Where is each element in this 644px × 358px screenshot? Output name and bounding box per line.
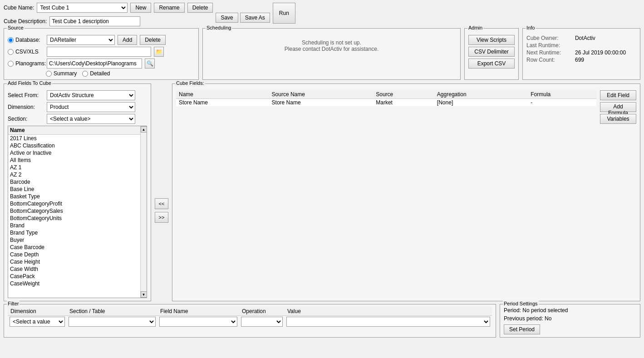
list-item[interactable]: AZ 2 <box>8 171 140 178</box>
table-row: Store NameStore NameMarket[None]- <box>176 99 596 107</box>
summary-option[interactable]: Summary <box>46 70 77 77</box>
cube-owner-value: DotActiv <box>575 35 636 41</box>
dimension-label: Dimension: <box>8 104 44 110</box>
save-as-button[interactable]: Save As <box>240 13 270 23</box>
new-button[interactable]: New <box>130 3 151 13</box>
planograms-radio-label[interactable]: Planograms: <box>8 60 44 67</box>
list-item[interactable]: Case Depth <box>8 251 140 258</box>
add-button[interactable]: Add <box>118 35 137 45</box>
last-runtime-label: Last Runtime: <box>526 42 571 49</box>
transfer-right-button[interactable]: >> <box>155 212 168 223</box>
previous-period-label: Previous period: No <box>504 315 636 322</box>
scheduling-line1: Scheduling is not set up. <box>211 39 452 46</box>
list-item[interactable]: AZ 1 <box>8 164 140 171</box>
delete-button[interactable]: Delete <box>187 3 213 13</box>
planograms-path-input[interactable] <box>47 59 142 69</box>
detailed-option[interactable]: Detailed <box>82 70 110 77</box>
csv-delimiter-button[interactable]: CSV Delimiter <box>468 47 515 57</box>
last-runtime-value <box>575 42 636 49</box>
section-label: Section: <box>8 116 44 122</box>
list-item[interactable]: Case Height <box>8 258 140 265</box>
list-item[interactable]: All Items <box>8 157 140 164</box>
list-item[interactable]: CasePack <box>8 273 140 280</box>
filter-col-section: Section / Table <box>67 307 157 316</box>
database-dropdown[interactable]: DARetailer <box>47 35 115 45</box>
list-item[interactable]: BottomCategoryProfit <box>8 200 140 207</box>
planograms-file-button[interactable]: 🔍 <box>145 59 155 69</box>
dimension-dropdown[interactable]: Product <box>47 102 135 112</box>
list-item[interactable]: Active or Inactive <box>8 149 140 157</box>
list-scrollbar[interactable]: ▲ ▼ <box>140 126 147 298</box>
list-item[interactable]: ABC Classification <box>8 142 140 149</box>
filter-col-operation: Operation <box>239 307 285 316</box>
list-item[interactable]: BottomCategoryUnits <box>8 215 140 222</box>
export-csv-button[interactable]: Export CSV <box>468 59 515 69</box>
database-radio[interactable] <box>8 37 14 43</box>
csv-radio-label[interactable]: CSV/XLS <box>8 49 44 55</box>
list-item[interactable]: Case Width <box>8 265 140 273</box>
list-item[interactable]: 2017 Lines <box>8 135 140 142</box>
list-item[interactable]: Brand <box>8 222 140 229</box>
next-runtime-label: Next Runtime: <box>526 49 571 56</box>
scroll-down-arrow[interactable]: ▼ <box>141 291 147 298</box>
row-count-value: 699 <box>575 57 636 63</box>
cube-fields-title: Cube Fields: <box>175 80 205 86</box>
list-item[interactable]: BottomCategorySales <box>8 207 140 215</box>
source-panel-title: Source <box>7 25 25 30</box>
filter-col-field: Field Name <box>157 307 239 316</box>
variables-button[interactable]: Variables <box>600 114 636 124</box>
scroll-up-arrow[interactable]: ▲ <box>141 126 147 132</box>
col-formula: Formula <box>528 90 596 99</box>
name-list-header: Name <box>8 126 140 135</box>
transfer-left-button[interactable]: << <box>155 198 168 209</box>
run-button[interactable]: Run <box>273 3 295 24</box>
filter-operation-select[interactable] <box>241 317 283 327</box>
save-button[interactable]: Save <box>216 13 238 23</box>
period-settings-title: Period Settings <box>503 301 539 306</box>
search-icon: 🔍 <box>147 60 153 67</box>
row-count-label: Row Count: <box>526 57 571 63</box>
period-label: Period: No period selected <box>504 307 636 314</box>
view-scripts-button[interactable]: View Scripts <box>468 35 515 45</box>
cube-owner-label: Cube Owner: <box>526 35 571 41</box>
scheduling-line2: Please contact DotActiv for assistance. <box>211 46 452 52</box>
source-delete-button[interactable]: Delete <box>140 35 166 45</box>
edit-field-button[interactable]: Edit Field <box>600 90 636 100</box>
rename-button[interactable]: Rename <box>154 3 184 13</box>
cube-fields-table: Name Source Name Source Aggregation Form… <box>176 90 596 106</box>
cube-name-dropdown[interactable]: Test Cube 1 <box>37 3 128 13</box>
filter-field-select[interactable] <box>159 317 237 327</box>
list-item[interactable]: Base Line <box>8 186 140 193</box>
list-item[interactable]: Buyer <box>8 236 140 244</box>
col-name: Name <box>176 90 269 99</box>
filter-dimension-select[interactable]: <Select a value <box>10 317 65 327</box>
planograms-radio[interactable] <box>8 61 14 67</box>
list-item[interactable]: Brand Type <box>8 229 140 236</box>
select-from-dropdown[interactable]: DotActiv Structure <box>47 90 135 100</box>
section-dropdown[interactable]: <Select a value> <box>47 114 135 124</box>
cube-desc-input[interactable] <box>49 16 140 26</box>
cube-name-label: Cube Name: <box>4 5 34 11</box>
list-item[interactable]: Basket Type <box>8 193 140 200</box>
list-item[interactable]: Barcode <box>8 178 140 186</box>
detailed-radio[interactable] <box>82 71 88 77</box>
filter-section-select[interactable] <box>69 317 156 327</box>
summary-radio[interactable] <box>46 71 52 77</box>
col-source: Source <box>373 90 434 99</box>
database-radio-label[interactable]: Database: <box>8 37 44 43</box>
filter-value-select[interactable] <box>286 317 490 327</box>
col-source-name: Source Name <box>269 90 374 99</box>
filter-col-value: Value <box>285 307 492 316</box>
add-fields-title: Add Fields To Cube <box>7 80 52 86</box>
csv-file-button[interactable]: 📁 <box>154 47 164 57</box>
next-runtime-value: 26 Jul 2019 00:00:00 <box>575 49 636 56</box>
admin-panel-title: Admin <box>467 25 483 30</box>
list-item[interactable]: CaseWeight <box>8 280 140 287</box>
add-formula-button[interactable]: Add Formula <box>600 102 636 112</box>
filter-table: Dimension Section / Table Field Name Ope… <box>8 307 492 328</box>
select-from-label: Select From: <box>8 92 44 98</box>
list-item[interactable]: Case Barcode <box>8 244 140 251</box>
csv-path-input[interactable] <box>47 47 151 57</box>
set-period-button[interactable]: Set Period <box>504 324 540 334</box>
csv-radio[interactable] <box>8 49 14 55</box>
